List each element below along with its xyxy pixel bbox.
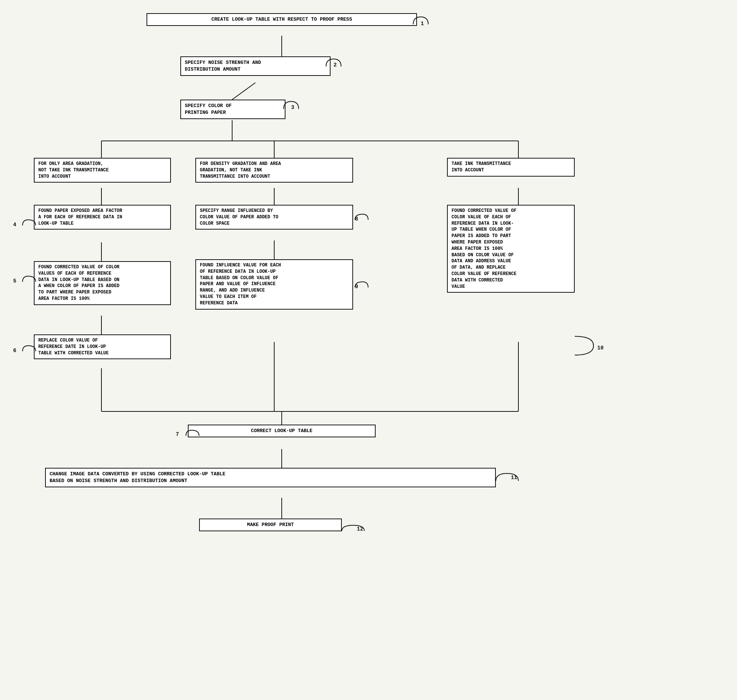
box-right-header: TAKE INK TRANSMITTANCE INTO ACCOUNT [447,158,575,177]
brace-11 [492,472,522,490]
label-8: 8 [355,216,358,222]
brace-9 [351,280,370,295]
label-11: 11 [511,475,517,481]
box-11: CHANGE IMAGE DATA CONVERTED BY USING COR… [45,468,496,487]
box-left-header: FOR ONLY AREA GRADATION, NOT TAKE INK TR… [34,158,171,183]
box-1: CREATE LOOK-UP TABLE WITH RESPECT TO PRO… [146,13,417,26]
box-5: FOUND CORRECTED VALUE OF COLOR VALUES OF… [34,261,171,305]
label-6: 6 [13,348,16,354]
box-2: SPECIFY NOISE STRENGTH AND DISTRIBUTION … [180,56,331,76]
box-mid-header: FOR DENSITY GRADATION AND AREA GRADATION… [195,158,353,183]
brace-6 [21,344,39,359]
box-7: CORRECT LOOK-UP TABLE [188,425,376,437]
box-3: SPECIFY COLOR OF PRINTING PAPER [180,100,285,119]
brace-1 [409,15,432,34]
brace-12 [338,523,368,538]
box-10: FOUND CORRECTED VALUE OF COLOR VALUE OF … [447,205,575,293]
brace-8 [351,212,370,227]
brace-10 [571,334,601,357]
label-10: 10 [597,345,604,351]
label-4: 4 [13,222,16,228]
box-6: REPLACE COLOR VALUE OF REFERENCE DATE IN… [34,334,171,359]
svg-line-1 [232,83,255,100]
box-8: SPECIFY RANGE INFLUENCED BY COLOR VALUE … [195,205,353,230]
label-9: 9 [355,284,358,290]
brace-3 [280,100,302,118]
label-5: 5 [13,278,16,284]
brace-5 [21,274,39,289]
brace-2 [322,57,345,76]
box-9: FOUND INFLUENCE VALUE FOR EACH OF REFERE… [195,259,353,310]
label-12: 12 [357,526,363,532]
flowchart-diagram: CREATE LOOK-UP TABLE WITH RESPECT TO PRO… [0,0,737,700]
box-12: MAKE PROOF PRINT [199,519,342,531]
label-7: 7 [176,431,179,437]
brace-7 [184,428,203,443]
box-4: FOUND PAPER EXPOSED AREA FACTOR α FOR EA… [34,205,171,230]
brace-4 [21,218,39,233]
